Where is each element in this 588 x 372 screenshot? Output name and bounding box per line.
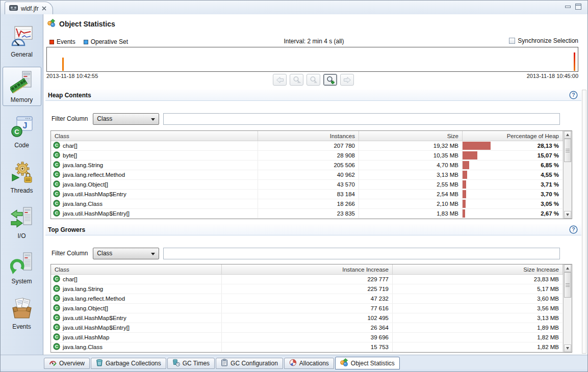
scroll-down-arrow[interactable] (564, 344, 571, 352)
class-name: java.util.HashMap$Entry (63, 315, 126, 321)
tab-garbage-collections[interactable]: Garbage Collections (91, 358, 166, 369)
column-header-class[interactable]: Class (51, 264, 222, 274)
table-row[interactable]: Cjava.lang.String205 5064,70 MB6,85 % (51, 161, 572, 170)
tab-allocations[interactable]: Allocations (284, 358, 334, 369)
column-header-size-increase[interactable]: Size Increase (393, 264, 563, 274)
table-row[interactable]: Cjava.lang.reflect.Method47 2323,60 MB (51, 294, 572, 304)
svg-text:C: C (55, 210, 59, 216)
table-row[interactable]: Cjava.util.HashMap$Entry83 1842,54 MB3,7… (51, 190, 572, 199)
table-row[interactable]: Cjava.util.HashMap39 6961,82 MB (51, 333, 572, 342)
instance-increase-cell: 229 777 (222, 275, 393, 284)
percentage-of-heap-cell: 28,13 % (463, 141, 563, 150)
forward-button (340, 74, 354, 86)
instance-increase-cell: 15 753 (222, 342, 393, 352)
back-button (273, 74, 287, 86)
table-row[interactable]: Cjava.lang.Object[]77 6163,56 MB (51, 304, 572, 313)
table-row[interactable]: Cchar[]229 77723,83 MB (51, 275, 572, 284)
class-icon: C (53, 190, 60, 198)
tab-overview[interactable]: Overview (44, 358, 90, 369)
cell-value: 1,82 MB (537, 334, 559, 340)
filter-column-combo[interactable]: Class (93, 113, 159, 125)
sidebar-item-threads[interactable]: Threads (3, 157, 41, 197)
heap-contents-section-header: Heap Contents ? (45, 90, 581, 101)
table-row[interactable]: Cjava.lang.String225 7195,17 MB (51, 284, 572, 294)
jfr-file-icon (9, 5, 18, 13)
column-header-instance-increase[interactable]: Instance Increase (222, 264, 393, 274)
sidebar-item-label: General (11, 51, 33, 58)
column-header-percentage-of-heap[interactable]: Percentage of Heap (463, 131, 563, 141)
scrollbar-thumb[interactable] (564, 139, 571, 162)
maximize-icon[interactable] (575, 4, 581, 10)
heap-contents-table: ClassInstancesSizePercentage of HeapCcha… (50, 130, 572, 219)
filter-column-combo[interactable]: Class (93, 248, 159, 259)
sidebar-item-events[interactable]: Events (3, 294, 41, 333)
percentage-of-heap-cell: 6,85 % (463, 161, 563, 170)
synchronize-selection[interactable]: Synchronize Selection (509, 37, 578, 44)
cell-value: 2,54 MB (437, 191, 458, 197)
timeline-chart[interactable] (46, 47, 578, 72)
help-icon[interactable]: ? (569, 225, 578, 234)
tab-gc-times[interactable]: GC Times (167, 358, 215, 369)
minimize-icon[interactable] (565, 6, 571, 8)
sidebar-item-label: I/O (17, 232, 25, 240)
tab-object-statistics[interactable]: Object Statistics (335, 357, 400, 369)
object-statistics-icon (340, 358, 348, 368)
table-row[interactable]: Cjava.lang.Class15 7531,82 MB (51, 342, 572, 352)
sidebar-item-label: Threads (10, 187, 33, 194)
scroll-up-arrow[interactable] (564, 131, 571, 139)
percentage-value: 15,07 % (538, 152, 559, 158)
scroll-down-arrow[interactable] (564, 211, 571, 219)
tab-gc-configuration[interactable]: GC Configuration (216, 358, 283, 369)
timeline-nav-buttons (273, 74, 354, 86)
table-scrollbar[interactable] (563, 131, 572, 219)
class-cell: Cjava.lang.Class (51, 342, 222, 352)
magnifier-select-icon (310, 76, 318, 84)
column-header-size[interactable]: Size (359, 131, 463, 141)
cell-value: 47 232 (371, 296, 389, 302)
filter-text-input[interactable] (163, 113, 560, 125)
table-row[interactable]: Cjava.lang.Class18 2662,10 MB3,05 % (51, 199, 572, 209)
sidebar-item-system[interactable]: System (3, 248, 41, 287)
table-row[interactable]: Cjava.util.HashMap$Entry[]26 3641,89 MB (51, 323, 572, 333)
cell-value: 229 777 (367, 276, 389, 282)
sidebar-item-code[interactable]: JCCode (3, 112, 41, 151)
close-icon[interactable] (42, 5, 46, 12)
help-icon[interactable]: ? (569, 91, 578, 99)
form-scrollbar[interactable] (582, 90, 586, 354)
sidebar-item-i-o[interactable]: I/O (3, 203, 41, 242)
column-header-class[interactable]: Class (51, 131, 258, 141)
class-name: java.lang.Object[] (63, 305, 108, 311)
events-box-icon (10, 297, 34, 322)
scrollbar-thumb[interactable] (564, 272, 571, 298)
editor-tab-title: wldf.jfr (21, 5, 39, 12)
sidebar-item-general[interactable]: General (3, 21, 41, 61)
table-row[interactable]: Cjava.util.HashMap$Entry102 4953,13 MB (51, 313, 572, 323)
cell-value: 18 266 (337, 201, 355, 207)
instances-cell: 23 835 (258, 209, 359, 218)
filter-text-input[interactable] (163, 248, 560, 259)
class-name: java.lang.reflect.Method (63, 172, 125, 178)
table-row[interactable]: Cjava.util.HashMap$Entry[]23 8351,83 MB2… (51, 209, 572, 219)
code-class-icon: JC (10, 116, 34, 141)
column-header-instances[interactable]: Instances (258, 131, 359, 141)
pie-chart-icon (289, 359, 297, 368)
tab-label: GC Configuration (231, 360, 278, 367)
svg-text:C: C (55, 172, 59, 177)
cell-value: 5,17 MB (537, 286, 559, 292)
size-increase-cell: 23,83 MB (393, 275, 563, 284)
zoom-in-button[interactable] (323, 74, 337, 86)
instances-cell: 43 570 (258, 180, 359, 189)
table-row[interactable]: Cjava.lang.Object[]43 5702,55 MB3,71 % (51, 180, 572, 190)
percentage-bar (463, 161, 469, 169)
table-row[interactable]: Cbyte[]28 90810,35 MB15,07 % (51, 151, 572, 161)
table-row[interactable]: Cchar[]207 78019,32 MB28,13 % (51, 141, 572, 151)
synchronize-checkbox[interactable] (509, 38, 515, 44)
tab-label: Garbage Collections (106, 360, 161, 367)
editor-area: Object Statistics EventsOperative Set In… (43, 14, 587, 355)
table-row[interactable]: Cjava.lang.reflect.Method40 9623,13 MB4,… (51, 170, 572, 180)
scroll-up-arrow[interactable] (564, 264, 571, 272)
sidebar-item-memory[interactable]: Memory (3, 67, 41, 106)
table-scrollbar[interactable] (563, 264, 572, 352)
editor-tab-wldf-jfr[interactable]: wldf.jfr (5, 2, 53, 15)
class-cell: Cjava.util.HashMap$Entry (51, 313, 222, 323)
